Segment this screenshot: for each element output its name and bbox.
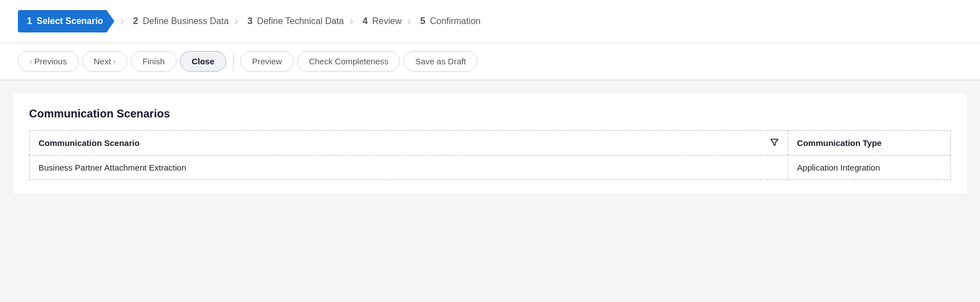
wizard-step-4[interactable]: 4 Review: [356, 12, 402, 30]
preview-label: Preview: [252, 56, 282, 66]
next-chevron-icon: ›: [113, 57, 116, 65]
col-header-filter[interactable]: [761, 131, 788, 155]
wizard-step-2[interactable]: 2 Define Business Data: [126, 12, 229, 30]
close-label: Close: [192, 56, 215, 66]
step-separator-1-2: ›: [120, 15, 124, 27]
table-row: Business Partner Attachment Extraction A…: [30, 155, 951, 180]
cell-filter-placeholder: [761, 155, 788, 180]
col-header-scenario: Communication Scenario: [30, 131, 761, 155]
previous-button[interactable]: ‹ Previous: [18, 51, 79, 72]
wizard-step-5[interactable]: 5 Confirmation: [413, 12, 481, 30]
save-as-draft-label: Save as Draft: [415, 56, 466, 66]
finish-button[interactable]: Finish: [131, 51, 177, 72]
cell-scenario-name: Business Partner Attachment Extraction: [30, 155, 761, 180]
check-completeness-label: Check Completeness: [309, 56, 389, 66]
scenario-table: Communication Scenario Communication Typ…: [29, 130, 951, 180]
finish-label: Finish: [142, 56, 165, 66]
step-5-number: 5: [420, 16, 425, 27]
step-separator-2-3: ›: [234, 15, 238, 27]
save-as-draft-button[interactable]: Save as Draft: [403, 51, 478, 72]
close-button[interactable]: Close: [180, 51, 226, 72]
wizard-bar: 1 Select Scenario › 2 Define Business Da…: [0, 0, 980, 43]
preview-button[interactable]: Preview: [240, 51, 293, 72]
action-divider: [233, 53, 234, 70]
wizard-step-1[interactable]: 1 Select Scenario: [18, 10, 115, 32]
previous-label: Previous: [34, 56, 66, 66]
main-content: Communication Scenarios Communication Sc…: [13, 94, 967, 194]
col-header-comm-type: Communication Type: [788, 131, 950, 155]
check-completeness-button[interactable]: Check Completeness: [297, 51, 401, 72]
wizard-step-3[interactable]: 3 Define Technical Data: [241, 12, 344, 30]
step-4-label: Review: [372, 16, 401, 26]
cell-comm-type: Application Integration: [788, 155, 950, 180]
section-title: Communication Scenarios: [29, 107, 951, 120]
step-2-label: Define Business Data: [142, 16, 229, 26]
step-3-number: 3: [248, 16, 253, 27]
table-header-row: Communication Scenario Communication Typ…: [30, 131, 951, 155]
wizard-steps: 1 Select Scenario › 2 Define Business Da…: [18, 10, 962, 32]
step-separator-3-4: ›: [349, 15, 353, 27]
step-5-label: Confirmation: [430, 16, 481, 26]
step-3-label: Define Technical Data: [257, 16, 344, 26]
step-1-label: Select Scenario: [36, 16, 103, 26]
step-separator-4-5: ›: [407, 15, 411, 27]
col-type-label: Communication Type: [797, 138, 882, 148]
next-label: Next: [94, 56, 111, 66]
next-button[interactable]: Next ›: [82, 51, 127, 72]
previous-chevron-icon: ‹: [30, 57, 32, 65]
step-1-number: 1: [27, 16, 32, 27]
step-2-number: 2: [133, 16, 138, 27]
col-scenario-label: Communication Scenario: [39, 138, 140, 148]
action-bar: ‹ Previous Next › Finish Close Preview C…: [0, 43, 980, 81]
filter-icon[interactable]: [770, 138, 779, 148]
step-4-number: 4: [363, 16, 368, 27]
